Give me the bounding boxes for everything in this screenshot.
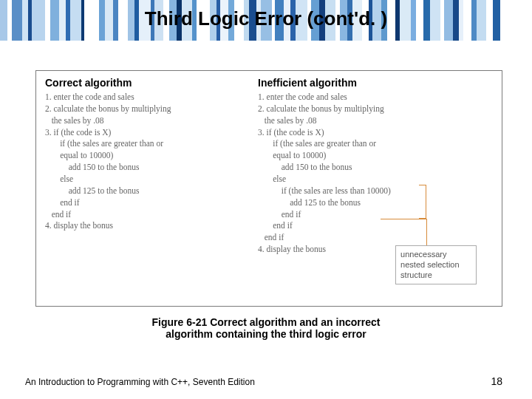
inefficient-column: Inefficient algorithm 1. enter the code …	[255, 71, 502, 306]
inefficient-heading: Inefficient algorithm	[258, 77, 496, 89]
highlight-connector	[381, 219, 426, 219]
figure-caption: Figure 6-21 Correct algorithm and an inc…	[0, 316, 532, 340]
inefficient-algorithm: 1. enter the code and sales 2. calculate…	[258, 92, 496, 256]
slide-title: Third Logic Error (cont'd. )	[0, 7, 532, 30]
callout-box: unnecessary nested selection structure	[395, 245, 477, 284]
caption-line-1: Figure 6-21 Correct algorithm and an inc…	[0, 316, 532, 328]
page-number: 18	[491, 375, 502, 387]
figure-box: Correct algorithm 1. enter the code and …	[35, 70, 502, 307]
correct-heading: Correct algorithm	[45, 77, 249, 89]
footer-text: An Introduction to Programming with C++,…	[25, 377, 255, 387]
highlight-bracket	[419, 185, 426, 219]
highlight-connector-v	[426, 219, 427, 245]
correct-algorithm: 1. enter the code and sales 2. calculate…	[45, 92, 249, 232]
correct-column: Correct algorithm 1. enter the code and …	[36, 71, 255, 306]
caption-line-2: algorithm containing the third logic err…	[0, 328, 532, 340]
callout-text: unnecessary nested selection structure	[400, 250, 460, 279]
